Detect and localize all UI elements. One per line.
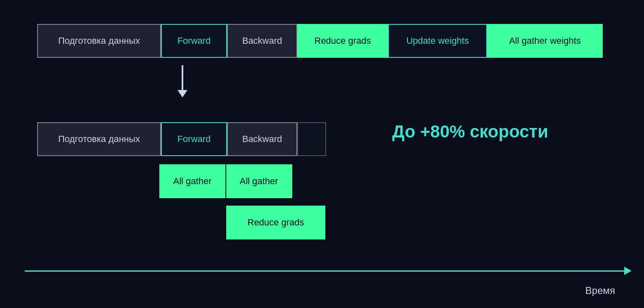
timeline (25, 267, 632, 275)
block-small-dark (297, 122, 326, 156)
arrow-head (178, 90, 187, 97)
forward-bottom-label: Forward (178, 134, 211, 145)
block-allgather-top: All gather weights (487, 24, 603, 58)
block-forward-bottom: Forward (161, 122, 227, 156)
block-reduce-top: Reduce grads (297, 24, 388, 58)
block-all-gather-2: All gather (226, 164, 292, 198)
block-reduce-grads: Reduce grads (226, 206, 325, 239)
speed-label: До +80% скорости (392, 122, 548, 141)
arrow-shaft (182, 65, 183, 90)
update-top-label: Update weights (406, 36, 469, 46)
block-prep-bottom: Подготовка данных (37, 122, 161, 156)
block-forward-top: Forward (161, 24, 227, 58)
forward-top-label: Forward (178, 36, 211, 46)
speed-text: До +80% скорости (392, 122, 548, 142)
allgather-top-label: All gather weights (509, 36, 581, 46)
time-label: Время (585, 285, 615, 296)
timeline-line (25, 270, 624, 272)
allgather-row: All gather All gather (159, 164, 292, 198)
block-backward-top: Backward (227, 24, 297, 58)
block-backward-bottom: Backward (227, 122, 297, 156)
bottom-row: Подготовка данных Forward Backward (37, 122, 326, 156)
time-text: Время (585, 285, 615, 296)
main-container: Подготовка данных Forward Backward Reduc… (0, 0, 644, 308)
arrow-down (178, 65, 187, 97)
top-row: Подготовка данных Forward Backward Reduc… (37, 24, 603, 58)
block-all-gather-1: All gather (159, 164, 225, 198)
timeline-arrowhead (624, 267, 632, 275)
backward-bottom-label: Backward (242, 134, 282, 145)
block-prep-top: Подготовка данных (37, 24, 161, 58)
backward-top-label: Backward (242, 36, 282, 46)
reduce-grads-label: Reduce grads (248, 217, 304, 228)
prep-top-label: Подготовка данных (58, 36, 140, 46)
all-gather-2-label: All gather (240, 176, 278, 187)
block-update-top: Update weights (388, 24, 487, 58)
prep-bottom-label: Подготовка данных (58, 134, 140, 145)
reduce-top-label: Reduce grads (315, 36, 371, 46)
all-gather-1-label: All gather (173, 176, 212, 187)
